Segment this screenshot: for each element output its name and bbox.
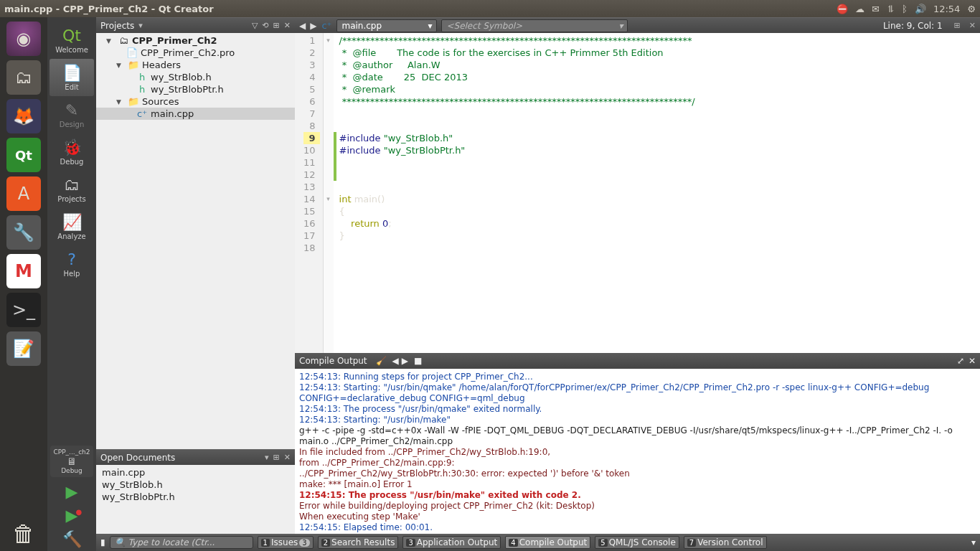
search-icon: 🔍	[115, 537, 126, 547]
tab-issues[interactable]: 1Issues3	[258, 536, 314, 549]
mail-icon[interactable]: ✉	[872, 4, 880, 14]
gear-icon[interactable]: ⚙	[967, 4, 976, 14]
close-icon[interactable]: ✕	[969, 21, 976, 30]
terminal-icon[interactable]: >_	[6, 293, 41, 327]
close-icon[interactable]: ✕	[284, 21, 291, 30]
texteditor-icon[interactable]: 📝	[6, 331, 41, 366]
nav-back-icon[interactable]: ◀	[299, 21, 306, 31]
code-lines[interactable]: /***************************************…	[334, 33, 701, 353]
tree-sources[interactable]: ▼📁Sources	[96, 95, 295, 108]
tree-headers[interactable]: ▼📁Headers	[96, 59, 295, 71]
compile-output[interactable]: 12:54:13: Running steps for project CPP_…	[295, 369, 980, 534]
qtcreator-icon[interactable]: Qt	[6, 138, 41, 172]
file-icon: c⁺	[321, 20, 332, 31]
nav-fwd-icon[interactable]: ▶	[310, 21, 316, 31]
tab-qmljs-console[interactable]: 5QML/JS Console	[595, 536, 679, 549]
bottom-bar: ▮ 🔍 Type to locate (Ctr... 1Issues3 2Sea…	[96, 534, 980, 551]
volume-icon[interactable]: 🔊	[915, 4, 926, 14]
tab-app-output[interactable]: 3Application Output	[402, 536, 501, 549]
trash-icon[interactable]: 🗑	[6, 517, 41, 551]
close-icon[interactable]: ✕	[284, 453, 291, 462]
sync-icon[interactable]: ⟲	[262, 21, 268, 30]
clear-icon[interactable]: 🧹	[376, 356, 387, 366]
opendoc-item[interactable]: wy_StrBlobPtr.h	[96, 491, 295, 503]
dash-icon[interactable]: ◉	[6, 22, 41, 56]
mode-welcome[interactable]: QtWelcome	[50, 22, 94, 59]
build-button[interactable]: 🔨	[62, 530, 82, 548]
software-center-icon[interactable]: A	[6, 176, 41, 211]
tree-project[interactable]: ▼🗂CPP_Primer_Ch2	[96, 34, 295, 47]
bluetooth-icon[interactable]: ᛒ	[902, 4, 908, 14]
tree-header-file[interactable]: hwy_StrBlobPtr.h	[96, 83, 295, 95]
split-icon[interactable]: ⊞	[273, 21, 280, 30]
mode-selector: QtWelcome 📄Edit ✎Design 🐞Debug 🗂Projects…	[47, 17, 96, 551]
editor-toolbar: ◀ ▶ c⁺ main.cpp▾ <Select Symbol>▾ Line: …	[295, 17, 980, 33]
split-icon[interactable]: ⊞	[954, 21, 961, 30]
opendoc-item[interactable]: main.cpp	[96, 466, 295, 479]
maximize-icon[interactable]: ⤢	[957, 356, 964, 366]
mode-edit[interactable]: 📄Edit	[50, 59, 94, 96]
clock[interactable]: 12:54	[933, 4, 960, 14]
projects-header: Projects ▾ ▽ ⟲ ⊞ ✕	[96, 17, 295, 33]
code-editor[interactable]: 123456789101112131415161718 ▾▾ /********…	[295, 33, 980, 353]
chevron-down-icon[interactable]: ▾	[138, 21, 143, 30]
cursor-position: Line: 9, Col: 1	[883, 21, 946, 31]
locator-input[interactable]: 🔍 Type to locate (Ctr...	[110, 536, 253, 549]
window-title: main.cpp - CPP_Primer_Ch2 - Qt Creator	[4, 4, 837, 14]
gmail-icon[interactable]: M	[6, 254, 41, 288]
next-icon[interactable]: ▶	[402, 356, 408, 366]
tab-version-control[interactable]: 7Version Control	[684, 536, 767, 549]
close-sidebar-icon[interactable]: ▮	[100, 537, 105, 547]
tab-search-results[interactable]: 2Search Results	[318, 536, 399, 549]
mode-debug[interactable]: 🐞Debug	[50, 133, 94, 171]
tree-pro-file[interactable]: 📄CPP_Primer_Ch2.pro	[96, 47, 295, 59]
close-icon[interactable]: ✕	[969, 356, 976, 366]
network-icon[interactable]: ⥮	[887, 4, 895, 14]
menubar: main.cpp - CPP_Primer_Ch2 - Qt Creator ⛔…	[0, 0, 980, 17]
run-debug-button[interactable]: ▶●	[66, 507, 78, 524]
mode-help[interactable]: ?Help	[50, 245, 94, 283]
opendoc-item[interactable]: wy_StrBlob.h	[96, 479, 295, 491]
files-icon[interactable]: 🗂	[6, 60, 41, 95]
project-tree[interactable]: ▼🗂CPP_Primer_Ch2 📄CPP_Primer_Ch2.pro ▼📁H…	[96, 33, 295, 449]
tab-compile-output[interactable]: 4Compile Output	[505, 536, 590, 549]
kit-selector[interactable]: CPP_..._ch2 🖥 Debug	[50, 446, 93, 477]
opendocs-header: Open Documents ▾ ⊞ ✕	[96, 449, 295, 465]
unity-launcher: ◉ 🗂 🦊 Qt A 🔧 M >_ 📝 🗑	[0, 17, 47, 551]
mode-projects[interactable]: 🗂Projects	[50, 171, 94, 208]
filter-icon[interactable]: ▽	[252, 21, 258, 30]
settings-icon[interactable]: 🔧	[6, 215, 41, 250]
output-chevron-icon[interactable]: ▾	[971, 537, 976, 547]
tree-header-file[interactable]: hwy_StrBlob.h	[96, 71, 295, 83]
cloud-icon[interactable]: ☁	[855, 4, 864, 14]
noentry-icon[interactable]: ⛔	[837, 4, 848, 14]
run-button[interactable]: ▶	[66, 483, 78, 501]
system-tray: ⛔ ☁ ✉ ⥮ ᛒ 🔊 12:54 ⚙	[837, 4, 976, 14]
open-documents[interactable]: main.cpp wy_StrBlob.h wy_StrBlobPtr.h	[96, 465, 295, 534]
stop-icon[interactable]: ■	[414, 356, 422, 366]
compile-output-header: Compile Output 🧹 ◀ ▶ ■ ⤢ ✕	[295, 353, 980, 369]
chevron-down-icon[interactable]: ▾	[265, 453, 269, 462]
mode-design[interactable]: ✎Design	[50, 96, 94, 133]
firefox-icon[interactable]: 🦊	[6, 99, 41, 133]
prev-icon[interactable]: ◀	[392, 356, 399, 366]
fold-gutter[interactable]: ▾▾	[324, 33, 334, 353]
symbol-selector[interactable]: <Select Symbol>▾	[441, 19, 628, 32]
file-selector[interactable]: main.cpp▾	[336, 19, 437, 32]
mode-analyze[interactable]: 📈Analyze	[50, 208, 94, 245]
split-icon[interactable]: ⊞	[273, 453, 280, 462]
tree-source-file[interactable]: c⁺main.cpp	[96, 108, 295, 120]
line-gutter: 123456789101112131415161718	[295, 33, 324, 353]
